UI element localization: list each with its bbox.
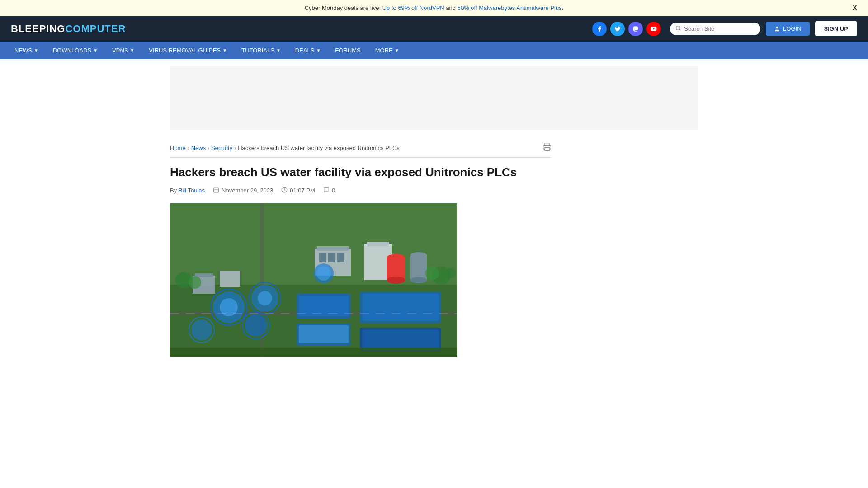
article-comments: 0 <box>323 187 335 194</box>
mastodon-icon[interactable] <box>628 22 643 36</box>
comment-icon <box>323 187 330 194</box>
banner-close-button[interactable]: X <box>849 2 861 14</box>
svg-rect-33 <box>317 246 349 251</box>
logo-part1: BLEEPING <box>11 23 65 34</box>
breadcrumb-home[interactable]: Home <box>170 145 186 151</box>
svg-point-21 <box>245 314 267 337</box>
breadcrumb-sep-1: › <box>188 145 189 151</box>
nav-arrow-deals: ▼ <box>316 48 321 53</box>
signup-button[interactable]: SIGN UP <box>815 21 857 36</box>
breadcrumb-security[interactable]: Security <box>211 145 232 151</box>
breadcrumb-sep-3: › <box>234 145 236 151</box>
svg-rect-25 <box>299 296 349 316</box>
nav-item-news[interactable]: NEWS ▼ <box>7 42 46 59</box>
nav-arrow-virus: ▼ <box>222 48 227 53</box>
nav-item-deals[interactable]: DEALS ▼ <box>288 42 328 59</box>
site-header: BLEEPINGCOMPUTER LOGIN <box>0 16 868 42</box>
svg-point-3 <box>776 26 778 28</box>
svg-rect-34 <box>319 253 326 262</box>
svg-point-51 <box>425 267 439 280</box>
svg-rect-31 <box>362 330 439 350</box>
breadcrumb-sep-2: › <box>208 145 209 151</box>
nav-item-tutorials[interactable]: TUTORIALS ▼ <box>234 42 288 59</box>
nav-item-more[interactable]: MORE ▼ <box>368 42 406 59</box>
advertisement-area <box>170 66 698 130</box>
main-nav: NEWS ▼ DOWNLOADS ▼ VPNS ▼ VIRUS REMOVAL … <box>0 42 868 59</box>
svg-rect-36 <box>337 253 344 262</box>
svg-point-52 <box>445 268 456 279</box>
svg-point-19 <box>258 291 272 305</box>
article-image <box>170 203 457 357</box>
banner-text-middle: and <box>444 5 458 11</box>
nav-arrow-news: ▼ <box>34 48 38 53</box>
login-button[interactable]: LOGIN <box>766 22 809 36</box>
banner-link-malwarebytes[interactable]: 50% off Malwarebytes Antimalware Plus. <box>458 5 564 11</box>
article-author: By Bill Toulas <box>170 187 205 194</box>
article-date: November 29, 2023 <box>213 187 273 194</box>
svg-rect-27 <box>299 325 349 343</box>
svg-point-23 <box>191 319 212 340</box>
social-icons <box>592 22 661 36</box>
search-input[interactable] <box>684 25 755 32</box>
svg-rect-4 <box>545 148 549 151</box>
date-value: November 29, 2023 <box>222 187 273 194</box>
signup-label: SIGN UP <box>824 25 848 32</box>
svg-rect-47 <box>220 271 240 287</box>
logo-part2: COMPUTER <box>65 23 126 34</box>
banner-text-prefix: Cyber Monday deals are live: <box>305 5 382 11</box>
time-value: 01:07 PM <box>290 187 315 194</box>
calendar-icon <box>213 187 219 194</box>
svg-point-41 <box>387 277 405 284</box>
nav-arrow-vpns: ▼ <box>130 48 134 53</box>
top-banner: Cyber Monday deals are live: Up to 69% o… <box>0 0 868 16</box>
svg-rect-43 <box>410 255 427 280</box>
svg-line-2 <box>679 29 680 30</box>
print-icon[interactable] <box>542 142 552 154</box>
search-box <box>670 23 760 35</box>
article-title: Hackers breach US water facility via exp… <box>170 165 552 180</box>
breadcrumb: Home › News › Security › Hackers breach … <box>170 142 552 158</box>
svg-rect-56 <box>170 348 457 357</box>
banner-link-nordvpn[interactable]: Up to 69% off NordVPN <box>382 5 444 11</box>
breadcrumb-links: Home › News › Security › Hackers breach … <box>170 145 400 151</box>
nav-item-downloads[interactable]: DOWNLOADS ▼ <box>46 42 105 59</box>
nav-arrow-tutorials: ▼ <box>276 48 281 53</box>
header-right: LOGIN SIGN UP <box>592 21 857 36</box>
article-time: 01:07 PM <box>281 187 315 194</box>
breadcrumb-current: Hackers breach US water facility via exp… <box>238 145 400 151</box>
youtube-icon[interactable] <box>646 22 661 36</box>
svg-point-54 <box>316 266 331 281</box>
svg-rect-46 <box>195 273 213 277</box>
svg-point-1 <box>676 26 680 30</box>
site-logo[interactable]: BLEEPINGCOMPUTER <box>11 23 126 35</box>
main-content: Home › News › Security › Hackers breach … <box>163 66 705 364</box>
login-label: LOGIN <box>783 25 801 32</box>
svg-rect-29 <box>362 294 439 321</box>
comments-count: 0 <box>332 187 335 194</box>
nav-arrow-downloads: ▼ <box>93 48 98 53</box>
author-link[interactable]: Bill Toulas <box>179 187 205 194</box>
article-meta: By Bill Toulas November 29, 2023 01:07 P… <box>170 187 552 194</box>
nav-item-vpns[interactable]: VPNS ▼ <box>105 42 142 59</box>
breadcrumb-news[interactable]: News <box>191 145 206 151</box>
facebook-icon[interactable] <box>592 22 607 36</box>
nav-item-forums[interactable]: FORUMS <box>328 42 368 59</box>
svg-point-49 <box>189 276 201 289</box>
nav-arrow-more: ▼ <box>395 48 399 53</box>
content-layout: Home › News › Security › Hackers breach … <box>170 137 698 364</box>
article-body: Home › News › Security › Hackers breach … <box>170 137 552 364</box>
search-icon <box>675 25 681 33</box>
svg-point-44 <box>410 277 427 283</box>
twitter-icon[interactable] <box>610 22 625 36</box>
svg-rect-38 <box>367 242 389 246</box>
nav-item-virus-removal[interactable]: VIRUS REMOVAL GUIDES ▼ <box>142 42 234 59</box>
svg-rect-5 <box>214 188 219 192</box>
clock-icon <box>281 187 288 194</box>
svg-rect-35 <box>328 253 335 262</box>
